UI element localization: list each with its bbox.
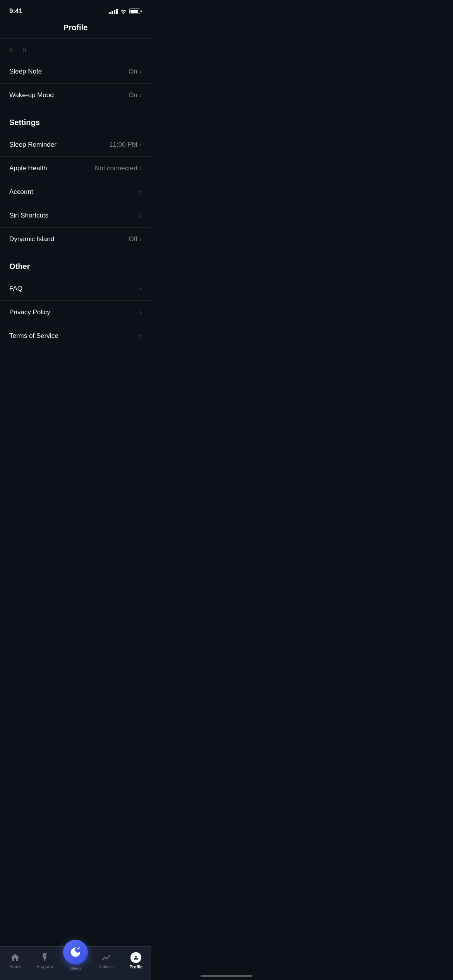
terms-of-service-label: Terms of Service: [9, 332, 58, 340]
dynamic-island-label: Dynamic Island: [9, 235, 54, 243]
terms-of-service-value: ›: [140, 332, 142, 339]
wakeup-mood-value: On ›: [129, 91, 142, 99]
sleep-reminder-value: 11:00 PM ›: [109, 141, 142, 149]
battery-icon: [129, 9, 142, 14]
partial-row: g g: [0, 39, 151, 60]
scroll-content: g g Sleep Note On › Wake-up Mood On › Se…: [0, 39, 151, 387]
signal-icon: [109, 9, 118, 14]
faq-row[interactable]: FAQ ›: [0, 277, 151, 301]
privacy-policy-value: ›: [140, 309, 142, 316]
apple-health-row[interactable]: Apple Health Not connected ›: [0, 157, 151, 180]
chevron-icon: ›: [140, 236, 142, 243]
sleep-reminder-label: Sleep Reminder: [9, 141, 57, 149]
sleep-note-row[interactable]: Sleep Note On ›: [0, 60, 151, 84]
chevron-icon: ›: [140, 212, 142, 219]
siri-shortcuts-row[interactable]: Siri Shortcuts ›: [0, 204, 151, 228]
siri-shortcuts-label: Siri Shortcuts: [9, 212, 48, 219]
chevron-icon: ›: [140, 285, 142, 292]
settings-section-header: Settings: [0, 107, 151, 133]
account-row[interactable]: Account ›: [0, 180, 151, 204]
page-title: Profile: [63, 23, 88, 32]
other-title: Other: [9, 262, 30, 271]
chevron-icon: ›: [140, 141, 142, 148]
status-icons: [109, 9, 142, 14]
dynamic-island-value: Off ›: [129, 235, 142, 243]
page-header: Profile: [0, 19, 151, 39]
sleep-note-label: Sleep Note: [9, 68, 42, 75]
account-label: Account: [9, 188, 33, 196]
chevron-icon: ›: [140, 92, 142, 99]
status-bar: 9:41: [0, 0, 151, 19]
chevron-icon: ›: [140, 68, 142, 75]
apple-health-value: Not connected ›: [95, 164, 142, 172]
dynamic-island-row[interactable]: Dynamic Island Off ›: [0, 228, 151, 251]
chevron-icon: ›: [140, 165, 142, 172]
siri-shortcuts-value: ›: [140, 212, 142, 219]
privacy-policy-row[interactable]: Privacy Policy ›: [0, 301, 151, 324]
terms-of-service-row[interactable]: Terms of Service ›: [0, 324, 151, 348]
account-value: ›: [140, 188, 142, 195]
wifi-icon: [120, 9, 127, 14]
wakeup-mood-label: Wake-up Mood: [9, 91, 54, 99]
sleep-note-value: On ›: [129, 68, 142, 75]
chevron-icon: ›: [140, 332, 142, 339]
chevron-icon: ›: [140, 309, 142, 316]
faq-label: FAQ: [9, 285, 22, 293]
apple-health-label: Apple Health: [9, 164, 47, 172]
status-time: 9:41: [9, 7, 22, 15]
settings-title: Settings: [9, 118, 40, 127]
privacy-policy-label: Privacy Policy: [9, 308, 50, 316]
other-section-header: Other: [0, 251, 151, 277]
chevron-icon: ›: [140, 188, 142, 195]
sleep-reminder-row[interactable]: Sleep Reminder 11:00 PM ›: [0, 133, 151, 157]
wakeup-mood-row[interactable]: Wake-up Mood On ›: [0, 84, 151, 107]
faq-value: ›: [140, 285, 142, 292]
